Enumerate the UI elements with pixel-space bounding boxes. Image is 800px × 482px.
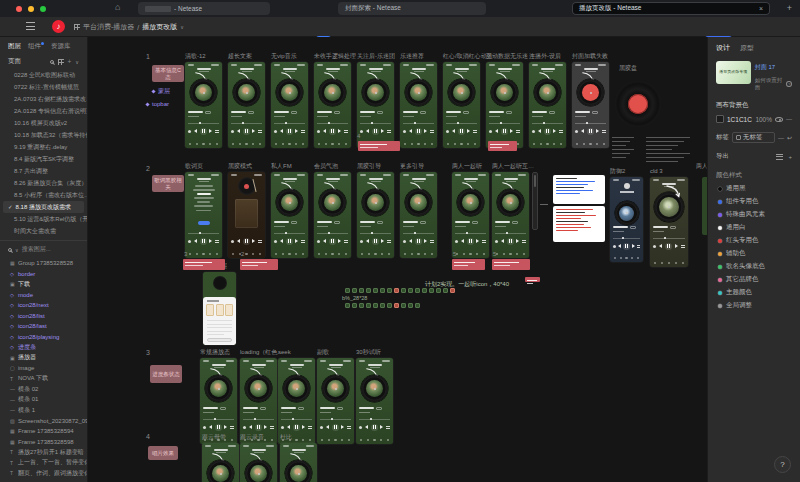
color-style-item[interactable]: 通用白 [716, 221, 792, 234]
frame-green-player[interactable] [280, 443, 317, 482]
main-menu-icon[interactable] [26, 22, 35, 30]
search-icon[interactable] [50, 60, 54, 64]
annotation-note[interactable] [240, 259, 278, 270]
layer-item[interactable]: T播放27秒后开1 标题变暗 [0, 447, 87, 458]
scrollbar-spec[interactable] [532, 172, 538, 230]
frame-label[interactable]: loading（红色… [240, 349, 283, 356]
tab-layers[interactable]: 图层 [8, 42, 21, 51]
frame-green-player[interactable] [492, 172, 529, 258]
color-hex-value[interactable]: 1C1C1C [727, 116, 752, 123]
layer-item[interactable]: T翻页、作词、跟词播放变化、进… [0, 468, 87, 479]
layer-item[interactable]: ◇icon28/playsing [0, 332, 87, 343]
add-page-button[interactable]: + [68, 58, 72, 65]
annotation-card[interactable] [553, 175, 605, 204]
frame-green-player[interactable] [317, 358, 354, 444]
color-style-item[interactable]: 特殊曲风元素 [716, 208, 792, 221]
frame-label[interactable]: 无vip音乐 [271, 53, 297, 60]
frame-green-player[interactable] [271, 62, 308, 148]
chevron-down-icon[interactable]: ∨ [15, 247, 19, 253]
layer-search[interactable]: ∨ 搜索图层... [0, 240, 87, 258]
frame-green-player[interactable] [314, 172, 351, 258]
component-item[interactable]: 蒙层 [152, 87, 170, 96]
browser-tab-active[interactable]: 播放页改版 - Netease × [572, 2, 770, 15]
frame-green-player[interactable] [271, 172, 308, 258]
frame-green-player[interactable] [278, 358, 315, 444]
layer-item[interactable]: ▨Screenshot_20230872_09783… [0, 416, 87, 427]
layer-item[interactable]: ◇进度条 [0, 342, 87, 353]
frame-label[interactable]: 关注后-乐迷团 [357, 53, 395, 60]
color-style-item[interactable]: 其它品牌色 [716, 273, 792, 286]
browser-tab-1[interactable]: - Netease [138, 2, 270, 15]
frame-label[interactable]: 封面加载失败 [572, 53, 608, 60]
close-window-icon[interactable] [16, 6, 22, 12]
page-item[interactable]: 10.16 横屏页改版v2 [0, 117, 87, 129]
frame-green-player[interactable] [228, 62, 265, 148]
page-item[interactable]: 8.26 新播放页合集（灰度） [0, 177, 87, 189]
cover-thumbnail[interactable]: 播放页改版专项 [716, 61, 751, 84]
color-style-item[interactable]: 主题颜色 [716, 286, 792, 299]
frame-green-player[interactable] [452, 172, 489, 258]
design-canvas[interactable]: 1基本信息C态2歌词黑胶相关3进度条状态4唱片效果蒙层topbar清歌-12超长… [88, 37, 707, 482]
frame-label[interactable]: 防御2 [610, 168, 625, 175]
page-item[interactable]: 8.7 共出调整 [0, 165, 87, 177]
section-tag-button[interactable]: 唱片效果 [148, 446, 178, 460]
app-logo[interactable]: ♪ [52, 20, 65, 33]
icon-swatch-row[interactable] [345, 303, 420, 308]
layer-item[interactable]: ▦Frame 17385328598 [0, 437, 87, 448]
frame-green-player[interactable] [356, 358, 393, 444]
layer-item[interactable]: —横条 1 [0, 405, 87, 416]
frame-label[interactable]: 未收手逻辑处理 [314, 53, 356, 60]
frame-label[interactable]: 跟云录音 [240, 434, 264, 441]
layer-item[interactable]: ▣下载 [0, 279, 87, 290]
frame-label[interactable]: 两人一起听 [452, 163, 482, 170]
frame-olive-player[interactable] [650, 177, 688, 267]
tab-design[interactable]: 设计 [716, 43, 730, 53]
frame-label[interactable]: 两人一起听互… [492, 163, 534, 170]
frame-label[interactable]: 会员气泡 [314, 163, 338, 170]
color-style-item[interactable]: 组件专用色 [716, 195, 792, 208]
frame-brown-player[interactable] [228, 172, 265, 258]
annotation-note[interactable] [183, 259, 225, 270]
frame-label[interactable]: 黑胶盘 [619, 65, 637, 72]
frame-label[interactable]: cld 3 [650, 168, 663, 175]
page-item[interactable]: 9.19 重调整右.delay [0, 141, 87, 153]
help-button[interactable]: ? [774, 456, 791, 473]
new-tab-button[interactable]: + [787, 3, 792, 13]
frame-green-player[interactable] [400, 172, 437, 258]
visibility-eye-icon[interactable] [775, 117, 783, 122]
breadcrumb-team[interactable]: 平台消费-播放器 [83, 22, 134, 32]
close-tab-icon[interactable]: × [759, 5, 763, 12]
frame-label[interactable]: 杜比 [280, 434, 292, 441]
frame-label[interactable]: 黑胶模式 [228, 163, 252, 170]
color-style-item[interactable]: 歌名头像底色 [716, 260, 792, 273]
annotation-note[interactable] [358, 141, 400, 151]
layer-item[interactable]: ◇icon28/list [0, 311, 87, 322]
frame-green-player[interactable] [529, 62, 566, 148]
page-item[interactable]: 0722 标注-宣传横幅规范 [0, 81, 87, 93]
color-style-item[interactable]: 通用黑 [716, 182, 792, 195]
page-item[interactable]: 5.10 运营&版本Rel仿版（开发需） [0, 213, 87, 225]
remove-icon[interactable]: — [786, 116, 792, 122]
frame-label[interactable]: 跟云母带 [202, 434, 226, 441]
annotation-note[interactable] [492, 259, 530, 270]
layer-item[interactable]: —横条 02 [0, 384, 87, 395]
frame-label[interactable]: 歌词页 [185, 163, 203, 170]
tab-prototype[interactable]: 原型 [740, 43, 754, 53]
frame-green-player[interactable] [240, 358, 277, 444]
browser-tab-2[interactable]: 封面探索 - Netease [338, 2, 486, 15]
frame-green-player[interactable] [486, 62, 523, 148]
frame-green-player[interactable] [240, 443, 277, 482]
frame-green-player[interactable] [400, 62, 437, 148]
frame-label[interactable]: 常规播放态 [200, 349, 230, 356]
frame-lyrics-player[interactable] [185, 172, 222, 258]
frame-label[interactable]: seek [278, 349, 291, 356]
page-item[interactable]: 8.5 小程序（需改右版本位… [0, 189, 87, 201]
color-style-item[interactable]: 全局调整 [716, 299, 792, 312]
layer-item[interactable]: ◇border [0, 269, 87, 280]
color-style-item[interactable]: 辅助色 [716, 247, 792, 260]
add-export-button[interactable]: + [788, 154, 792, 160]
tag-dropdown[interactable]: 无标签 [732, 132, 775, 143]
frame-green-player[interactable] [202, 443, 239, 482]
frame-label[interactable]: 清歌-12 [185, 53, 206, 60]
frame-label[interactable]: 连播外-设后 [529, 53, 561, 60]
